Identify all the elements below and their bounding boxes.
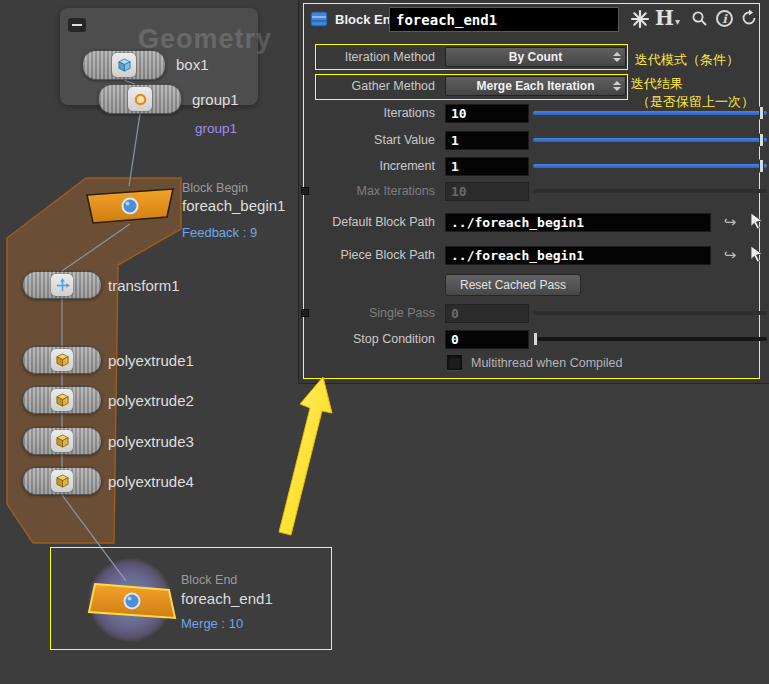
node-wires [62, 80, 140, 581]
param-row-iteration-method: Iteration Method By Count [299, 46, 769, 68]
single-pass-slider[interactable] [533, 311, 767, 315]
jump-to-node-icon[interactable]: ↪ [720, 212, 740, 232]
info-icon[interactable]: i [716, 9, 733, 27]
magnifier-icon [691, 10, 708, 27]
param-label-single-pass: Single Pass [299, 302, 435, 324]
param-row-increment: Increment [299, 155, 769, 177]
node-transform1[interactable] [22, 271, 102, 299]
slider-handle[interactable] [759, 133, 764, 147]
transform-sop-icon [51, 274, 73, 296]
stop-condition-input[interactable] [445, 330, 529, 349]
houdini-window: Geometry box1 [0, 0, 769, 684]
houdini-help-icon[interactable]: H [655, 6, 674, 30]
node-chooser-icon[interactable] [746, 212, 766, 232]
param-label-multithread: Multithread when Compiled [471, 352, 622, 374]
start-value-input[interactable] [445, 131, 529, 150]
jump-to-node-icon[interactable]: ↪ [720, 245, 740, 265]
node-group1[interactable] [98, 84, 182, 114]
param-row-default-block-path: Default Block Path ↪ [299, 211, 769, 233]
slider-handle[interactable] [759, 106, 764, 120]
group-badge: group1 [195, 121, 237, 136]
slider-handle[interactable] [759, 159, 764, 173]
node-polyextrude1[interactable] [22, 346, 102, 374]
param-row-start-value: Start Value [299, 129, 769, 151]
node-polyextrude4[interactable] [22, 467, 102, 495]
param-row-stop-condition: Stop Condition [299, 328, 769, 350]
node-type-foreach-begin1: Block Begin [182, 181, 248, 195]
node-chooser-icon[interactable] [746, 245, 766, 265]
param-label-increment: Increment [299, 155, 435, 177]
param-row-multithread: Multithread when Compiled [299, 352, 769, 374]
param-row-reset-cached-pass: Reset Cached Pass [299, 274, 769, 296]
gather-method-dropdown[interactable]: Merge Each Iteration [445, 76, 626, 96]
param-label-gather-method: Gather Method [299, 75, 435, 97]
search-icon[interactable] [691, 10, 708, 31]
param-label-max-iterations: Max Iterations [299, 180, 435, 202]
piece-block-path-input[interactable] [445, 246, 711, 265]
param-row-gather-method: Gather Method Merge Each Iteration [299, 75, 769, 97]
jump-arrow-glyph: ↪ [724, 213, 737, 230]
start-value-slider[interactable] [533, 138, 767, 142]
operations-menu-icon[interactable] [629, 8, 651, 34]
node-label-group1: group1 [192, 91, 239, 108]
node-polyextrude2[interactable] [22, 386, 102, 414]
slider-handle[interactable] [533, 332, 538, 346]
param-label-piece-block-path: Piece Block Path [299, 244, 435, 266]
param-row-piece-block-path: Piece Block Path ↪ [299, 244, 769, 266]
node-box1[interactable] [82, 50, 166, 80]
param-label-stop-condition: Stop Condition [299, 328, 435, 350]
iteration-method-value: By Count [509, 50, 562, 64]
minimize-box-button[interactable] [68, 18, 86, 32]
node-label-box1: box1 [176, 56, 209, 73]
param-label-iteration-method: Iteration Method [299, 46, 435, 68]
block-end-node-icon [309, 9, 329, 29]
node-label-polyextrude4: polyextrude4 [108, 473, 194, 490]
polyextrude-sop-icon [51, 349, 73, 371]
param-row-single-pass: Single Pass [299, 302, 769, 324]
info-glyph: i [716, 10, 733, 27]
iterations-input[interactable] [445, 104, 529, 123]
node-label-transform1: transform1 [108, 277, 180, 294]
network-context-watermark: Geometry [138, 24, 272, 55]
stop-condition-slider[interactable] [533, 337, 767, 341]
box-sop-icon [112, 53, 136, 77]
gather-method-value: Merge Each Iteration [476, 79, 594, 93]
node-foreach-begin1[interactable] [84, 185, 176, 225]
node-label-polyextrude2: polyextrude2 [108, 392, 194, 409]
single-pass-input[interactable] [445, 304, 529, 323]
param-label-iterations: Iterations [299, 102, 435, 124]
increment-input[interactable] [445, 157, 529, 176]
parameter-panel: Block End H ▾ [298, 0, 769, 384]
cursor-icon [747, 212, 765, 230]
max-iterations-slider[interactable] [533, 189, 767, 193]
polyextrude-sop-icon [51, 430, 73, 452]
parameter-header: Block End H ▾ [299, 6, 769, 36]
asterisk-icon [629, 8, 651, 30]
chevron-down-icon[interactable]: ▾ [675, 16, 680, 27]
node-info-feedback: Feedback : 9 [182, 225, 257, 240]
node-label-polyextrude3: polyextrude3 [108, 433, 194, 450]
param-row-iterations: Iterations [299, 102, 769, 124]
increment-slider[interactable] [533, 164, 767, 168]
max-iterations-input[interactable] [445, 182, 529, 201]
param-row-max-iterations: Max Iterations [299, 180, 769, 202]
cursor-icon [747, 245, 765, 263]
default-block-path-input[interactable] [445, 213, 711, 232]
node-label-polyextrude1: polyextrude1 [108, 352, 194, 369]
node-label-foreach-begin1: foreach_begin1 [182, 197, 285, 214]
dropdown-spinner-icon [613, 52, 621, 62]
multithread-checkbox[interactable] [447, 355, 462, 370]
reset-cached-pass-button[interactable]: Reset Cached Pass [445, 274, 581, 296]
jump-arrow-glyph: ↪ [724, 246, 737, 263]
param-label-default-block-path: Default Block Path [299, 211, 435, 233]
recook-icon[interactable] [740, 9, 758, 31]
iterations-slider[interactable] [533, 111, 767, 115]
node-name-input[interactable] [389, 7, 619, 32]
polyextrude-sop-icon [51, 389, 73, 411]
circular-arrow-icon [740, 9, 758, 27]
polyextrude-sop-icon [51, 470, 73, 492]
dropdown-spinner-icon [613, 81, 621, 91]
iteration-method-dropdown[interactable]: By Count [445, 47, 626, 67]
node-polyextrude3[interactable] [22, 427, 102, 455]
param-label-start-value: Start Value [299, 129, 435, 151]
